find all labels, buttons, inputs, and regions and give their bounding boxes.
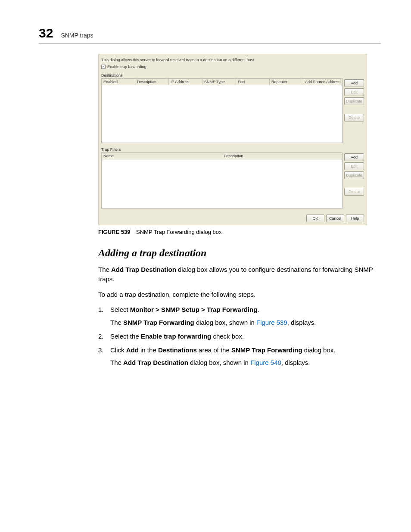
- dialog-intro-text: This dialog allows this server to forwar…: [101, 58, 364, 62]
- trap-filters-table[interactable]: Name Description: [101, 152, 342, 208]
- snmp-trap-forwarding-dialog: This dialog allows this server to forwar…: [98, 54, 367, 225]
- trap-filters-add-button[interactable]: Add: [344, 153, 364, 161]
- destinations-edit-button[interactable]: Edit: [344, 88, 364, 96]
- col-repeater: Repeater: [270, 79, 303, 85]
- enable-trap-forwarding-row: ✓ Enable trap forwarding: [101, 65, 364, 69]
- col-enabled: Enabled: [102, 79, 135, 85]
- destinations-duplicate-button[interactable]: Duplicate: [344, 97, 364, 105]
- destinations-button-column: Add Edit Duplicate Delete: [344, 78, 364, 143]
- running-head: SNMP traps: [61, 32, 93, 39]
- chapter-number: 32: [39, 26, 53, 40]
- destinations-section-label: Destinations: [101, 73, 364, 78]
- intro-paragraph: The Add Trap Destination dialog box allo…: [98, 265, 381, 284]
- trap-filters-duplicate-button[interactable]: Duplicate: [344, 171, 364, 179]
- page-header: 32 SNMP traps: [39, 26, 381, 44]
- trap-filters-edit-button[interactable]: Edit: [344, 162, 364, 170]
- col-ip-address: IP Address: [169, 79, 202, 85]
- figure-ref-539[interactable]: Figure 539: [256, 319, 287, 326]
- destinations-add-button[interactable]: Add: [344, 79, 364, 87]
- step-2: Select the Enable trap forwarding check …: [98, 332, 381, 341]
- enable-trap-forwarding-label: Enable trap forwarding: [107, 65, 146, 69]
- destinations-table[interactable]: Enabled Description IP Address SNMP Type…: [101, 78, 342, 143]
- figure-caption: FIGURE 539 SNMP Trap Forwarding dialog b…: [98, 229, 381, 235]
- section-heading: Adding a trap destination: [98, 247, 381, 259]
- figure-ref-540[interactable]: Figure 540: [250, 359, 281, 366]
- step-3: Click Add in the Destinations area of th…: [98, 345, 381, 368]
- figure-number: FIGURE 539: [98, 229, 130, 235]
- cancel-button[interactable]: Cancel: [326, 215, 344, 222]
- trap-filters-delete-button[interactable]: Delete: [344, 188, 364, 196]
- step-1: Select Monitor > SNMP Setup > Trap Forwa…: [98, 305, 381, 327]
- procedure-steps: Select Monitor > SNMP Setup > Trap Forwa…: [98, 305, 381, 367]
- lead-in: To add a trap destination, complete the …: [98, 290, 381, 299]
- col-name: Name: [102, 153, 222, 159]
- destinations-area: Enabled Description IP Address SNMP Type…: [101, 78, 364, 143]
- dialog-footer: OK Cancel Help: [101, 213, 364, 222]
- enable-trap-forwarding-checkbox[interactable]: ✓: [101, 65, 106, 69]
- ok-button[interactable]: OK: [306, 215, 324, 222]
- help-button[interactable]: Help: [346, 215, 364, 222]
- destinations-delete-button[interactable]: Delete: [344, 114, 364, 121]
- figure-caption-text: SNMP Trap Forwarding dialog box: [136, 229, 221, 235]
- trap-filters-button-column: Add Edit Duplicate Delete: [344, 152, 364, 208]
- col-description: Description: [135, 79, 169, 85]
- col-snmp-type: SNMP Type: [202, 79, 236, 85]
- col-port: Port: [236, 79, 270, 85]
- trap-filters-section-label: Trap Filters: [101, 147, 364, 152]
- trap-filters-area: Name Description Add Edit Duplicate Dele…: [101, 152, 364, 208]
- col-add-source-address: Add Source Address: [303, 79, 342, 85]
- col-filter-description: Description: [222, 153, 342, 159]
